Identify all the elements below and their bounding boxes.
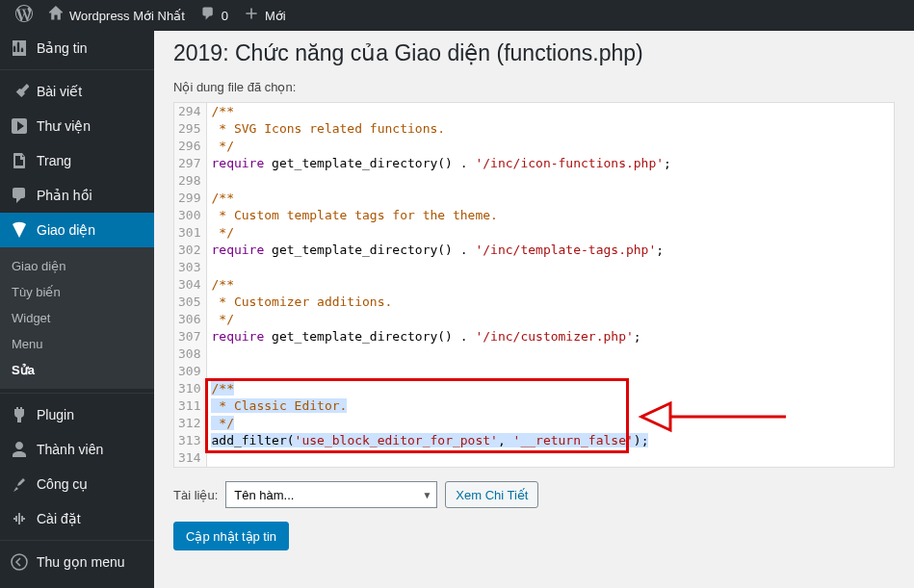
appearance-icon <box>10 220 29 240</box>
page-title: 2019: Chức năng của Giao diện (functions… <box>173 40 895 66</box>
admin-toolbar: Wordpress Mới Nhất 0 Mới <box>0 0 914 31</box>
svg-point-0 <box>12 554 27 570</box>
menu-label: Plugin <box>37 407 74 422</box>
site-name-link[interactable]: Wordpress Mới Nhất <box>40 0 193 31</box>
submenu: Giao diệnTùy biếnWidgetMenuSửa <box>0 247 154 389</box>
code-editor[interactable]: 2942952962972982993003013023033043053063… <box>173 102 895 468</box>
menu-label: Công cụ <box>37 476 88 492</box>
tools-icon <box>10 474 29 494</box>
wordpress-icon <box>15 5 33 26</box>
submenu-item[interactable]: Sửa <box>0 357 154 383</box>
menu-label: Bài viết <box>37 84 82 99</box>
main-content: 2019: Chức năng của Giao diện (functions… <box>154 31 914 588</box>
admin-sidebar: Bảng tinBài viếtThư việnTrangPhản hồiGia… <box>0 31 154 588</box>
site-name: Wordpress Mới Nhất <box>69 9 185 23</box>
comment-icon <box>200 6 216 25</box>
new-label: Mới <box>265 9 286 23</box>
submenu-item[interactable]: Widget <box>0 305 154 331</box>
media-icon <box>10 116 29 136</box>
code-lines[interactable]: /** * SVG Icons related functions. */req… <box>207 103 894 467</box>
menu-item-comments[interactable]: Phản hồi <box>0 178 154 213</box>
doc-label: Tài liệu: <box>173 488 218 502</box>
content-label: Nội dung file đã chọn: <box>173 80 895 94</box>
dashboard-icon <box>10 38 29 58</box>
menu-item-media[interactable]: Thư viện <box>0 109 154 143</box>
comments-icon <box>10 186 29 205</box>
wp-logo[interactable] <box>8 0 40 31</box>
line-gutter: 2942952962972982993003013023033043053063… <box>174 103 207 467</box>
menu-label: Bảng tin <box>37 40 88 56</box>
menu-label: Giao diện <box>37 222 95 238</box>
collapse-icon <box>10 552 29 572</box>
submenu-item[interactable]: Menu <box>0 331 154 357</box>
menu-label: Phản hồi <box>37 188 92 203</box>
documentation-row: Tài liệu: Tên hàm... ▼ Xem Chi Tiết <box>173 481 895 508</box>
menu-item-tools[interactable]: Công cụ <box>0 467 154 501</box>
home-icon <box>48 6 64 25</box>
plus-icon <box>244 6 259 25</box>
menu-item-collapse[interactable]: Thu gọn menu <box>0 545 154 579</box>
update-file-button[interactable]: Cập nhật tập tin <box>173 522 289 550</box>
submenu-item[interactable]: Giao diện <box>0 253 154 279</box>
settings-icon <box>10 509 29 528</box>
comments-count: 0 <box>222 9 228 23</box>
menu-label: Thành viên <box>37 442 103 457</box>
menu-item-appearance[interactable]: Giao diện <box>0 213 154 247</box>
page-icon <box>10 151 29 170</box>
menu-label: Cài đặt <box>37 511 81 526</box>
menu-item-pin[interactable]: Bài viết <box>0 74 154 109</box>
menu-item-users[interactable]: Thành viên <box>0 432 154 467</box>
comments-link[interactable]: 0 <box>193 0 236 31</box>
users-icon <box>10 440 29 459</box>
menu-item-dashboard[interactable]: Bảng tin <box>0 31 154 65</box>
pin-icon <box>10 82 29 101</box>
menu-label: Thư viện <box>37 118 91 134</box>
view-detail-button[interactable]: Xem Chi Tiết <box>445 481 538 508</box>
submenu-item[interactable]: Tùy biến <box>0 279 154 305</box>
new-content-link[interactable]: Mới <box>236 0 294 31</box>
menu-item-plugin[interactable]: Plugin <box>0 397 154 432</box>
menu-label: Thu gọn menu <box>37 554 125 570</box>
plugin-icon <box>10 405 29 424</box>
menu-item-page[interactable]: Trang <box>0 143 154 178</box>
menu-item-settings[interactable]: Cài đặt <box>0 501 154 536</box>
menu-label: Trang <box>37 153 71 168</box>
function-select[interactable]: Tên hàm... <box>225 481 437 508</box>
